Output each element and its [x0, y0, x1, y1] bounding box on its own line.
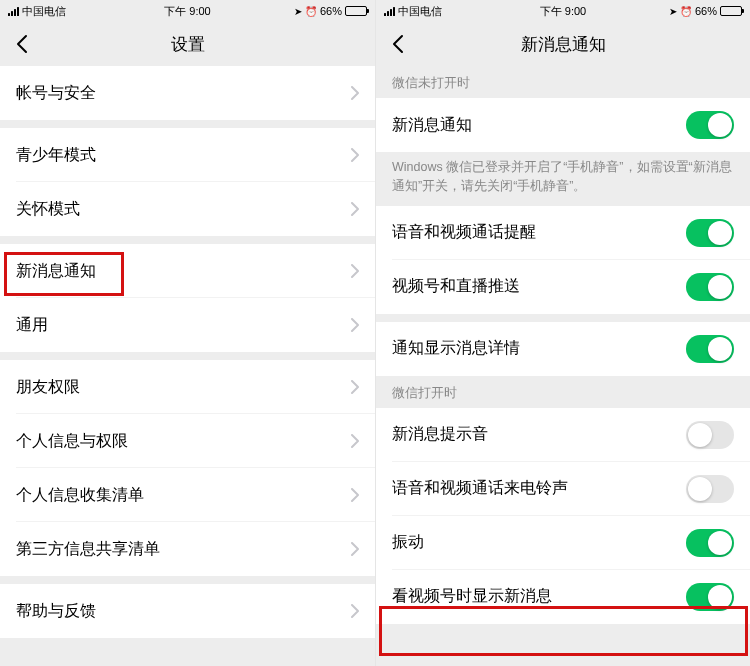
- battery-icon: [720, 6, 742, 16]
- chevron-right-icon: [351, 434, 359, 448]
- chevron-right-icon: [351, 148, 359, 162]
- toggle-switch[interactable]: [686, 529, 734, 557]
- cell-label: 通用: [16, 315, 48, 336]
- cell-new-msg-notify-toggle: 新消息通知: [376, 98, 750, 152]
- chevron-right-icon: [351, 86, 359, 100]
- cell-personal-info-permission[interactable]: 个人信息与权限: [0, 414, 375, 468]
- cell-label: 帐号与安全: [16, 83, 96, 104]
- cell-label: 个人信息收集清单: [16, 485, 144, 506]
- chevron-right-icon: [351, 542, 359, 556]
- chevron-right-icon: [351, 264, 359, 278]
- cell-label: 朋友权限: [16, 377, 80, 398]
- toggle-switch[interactable]: [686, 335, 734, 363]
- page-title: 新消息通知: [376, 33, 750, 56]
- cell-call-ringtone: 语音和视频通话来电铃声: [376, 462, 750, 516]
- cell-care-mode[interactable]: 关怀模式: [0, 182, 375, 236]
- cell-label: 新消息提示音: [392, 424, 488, 445]
- cell-new-message-notify[interactable]: 新消息通知: [0, 244, 375, 298]
- cell-show-msg-in-channels: 看视频号时显示新消息: [376, 570, 750, 624]
- chevron-left-icon: [16, 34, 28, 54]
- cell-youth-mode[interactable]: 青少年模式: [0, 128, 375, 182]
- cell-label: 通知显示消息详情: [392, 338, 520, 359]
- chevron-right-icon: [351, 488, 359, 502]
- cell-label: 个人信息与权限: [16, 431, 128, 452]
- toggle-switch[interactable]: [686, 421, 734, 449]
- chevron-right-icon: [351, 604, 359, 618]
- cell-label: 视频号和直播推送: [392, 276, 520, 297]
- cell-label: 关怀模式: [16, 199, 80, 220]
- toggle-switch[interactable]: [686, 111, 734, 139]
- cell-label: 第三方信息共享清单: [16, 539, 160, 560]
- toggle-switch[interactable]: [686, 219, 734, 247]
- status-time: 下午 9:00: [376, 4, 750, 19]
- right-phone: 中国电信 下午 9:00 ➤ ⏰ 66% 新消息通知 微信未打开时 新消息通知 …: [375, 0, 750, 666]
- cell-third-party-share[interactable]: 第三方信息共享清单: [0, 522, 375, 576]
- status-bar: 中国电信 下午 9:00 ➤ ⏰ 66%: [0, 0, 375, 22]
- cell-help-feedback[interactable]: 帮助与反馈: [0, 584, 375, 638]
- cell-voice-video-remind: 语音和视频通话提醒: [376, 206, 750, 260]
- section-hint: Windows 微信已登录并开启了“手机静音”，如需设置“新消息通知”开关，请先…: [376, 152, 750, 206]
- settings-list[interactable]: 帐号与安全 青少年模式 关怀模式 新消息通知 通用: [0, 66, 375, 666]
- back-button[interactable]: [0, 22, 44, 66]
- cell-personal-info-collection[interactable]: 个人信息收集清单: [0, 468, 375, 522]
- toggle-switch[interactable]: [686, 273, 734, 301]
- cell-label: 新消息通知: [392, 115, 472, 136]
- back-button[interactable]: [376, 22, 420, 66]
- nav-bar: 新消息通知: [376, 22, 750, 66]
- cell-label: 振动: [392, 532, 424, 553]
- cell-label: 帮助与反馈: [16, 601, 96, 622]
- cell-show-msg-detail: 通知显示消息详情: [376, 322, 750, 376]
- cell-account-security[interactable]: 帐号与安全: [0, 66, 375, 120]
- cell-channels-push: 视频号和直播推送: [376, 260, 750, 314]
- status-time: 下午 9:00: [0, 4, 375, 19]
- cell-general[interactable]: 通用: [0, 298, 375, 352]
- chevron-right-icon: [351, 318, 359, 332]
- chevron-left-icon: [392, 34, 404, 54]
- chevron-right-icon: [351, 202, 359, 216]
- status-bar: 中国电信 下午 9:00 ➤ ⏰ 66%: [376, 0, 750, 22]
- cell-vibrate: 振动: [376, 516, 750, 570]
- battery-icon: [345, 6, 367, 16]
- nav-bar: 设置: [0, 22, 375, 66]
- chevron-right-icon: [351, 380, 359, 394]
- section-header-open: 微信打开时: [376, 376, 750, 408]
- cell-label: 语音和视频通话来电铃声: [392, 478, 568, 499]
- toggle-switch[interactable]: [686, 475, 734, 503]
- cell-friend-permission[interactable]: 朋友权限: [0, 360, 375, 414]
- toggle-switch[interactable]: [686, 583, 734, 611]
- page-title: 设置: [0, 33, 375, 56]
- cell-label: 语音和视频通话提醒: [392, 222, 536, 243]
- cell-new-msg-sound: 新消息提示音: [376, 408, 750, 462]
- cell-label: 看视频号时显示新消息: [392, 586, 552, 607]
- cell-label: 新消息通知: [16, 261, 96, 282]
- cell-label: 青少年模式: [16, 145, 96, 166]
- left-phone: 中国电信 下午 9:00 ➤ ⏰ 66% 设置 帐号与安全 青少年模式: [0, 0, 375, 666]
- section-header-closed: 微信未打开时: [376, 66, 750, 98]
- notify-settings-list[interactable]: 微信未打开时 新消息通知 Windows 微信已登录并开启了“手机静音”，如需设…: [376, 66, 750, 666]
